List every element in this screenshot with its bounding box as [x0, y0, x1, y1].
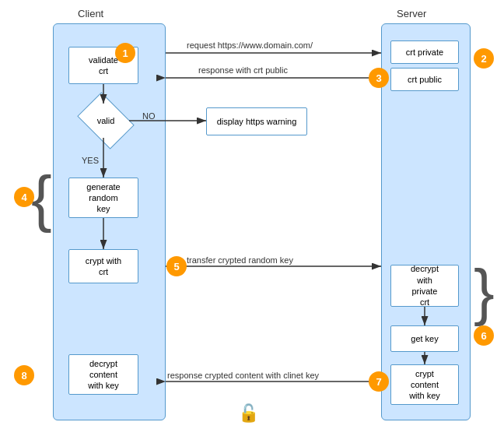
no-label: NO — [142, 111, 156, 121]
crt-private-box: crt private — [390, 40, 459, 64]
badge-4: 4 — [14, 187, 34, 207]
badge-5: 5 — [166, 256, 187, 276]
brace-server: } — [474, 261, 495, 323]
badge-2: 2 — [474, 48, 494, 69]
lock-bottom-icon: 🔓 — [238, 403, 259, 424]
badge-1: 1 — [115, 43, 135, 63]
response-content-label: response crypted content with clinet key — [167, 371, 319, 380]
server-label: Server — [397, 8, 426, 19]
valid-diamond: valid — [82, 104, 129, 138]
generate-random-key-box: generate random key — [68, 178, 138, 218]
crypt-with-crt-box: crypt with crt — [68, 249, 138, 283]
badge-7: 7 — [369, 371, 389, 392]
transfer-key-label: transfer crypted random key — [187, 255, 293, 265]
badge-8: 8 — [14, 365, 34, 385]
get-key-box: get key — [390, 325, 459, 352]
crt-public-box: crt public — [390, 68, 459, 91]
display-warning-box: display https warning — [206, 107, 307, 135]
decrypt-private-crt-box: decrypt with private crt — [390, 265, 459, 307]
crypt-content-key-box: crypt content with key — [390, 364, 459, 405]
request-label: request https://www.domain.com/ — [187, 40, 313, 50]
decrypt-content-box: decrypt content with key — [68, 354, 138, 395]
client-label: Client — [78, 8, 103, 19]
yes-label: YES — [82, 156, 99, 165]
badge-3: 3 — [369, 68, 389, 88]
badge-6: 6 — [474, 325, 494, 346]
diagram-container: Client Server validate crt valid generat… — [0, 0, 504, 436]
brace-client: { — [31, 167, 52, 230]
response-crt-label: response with crt public — [198, 65, 288, 75]
